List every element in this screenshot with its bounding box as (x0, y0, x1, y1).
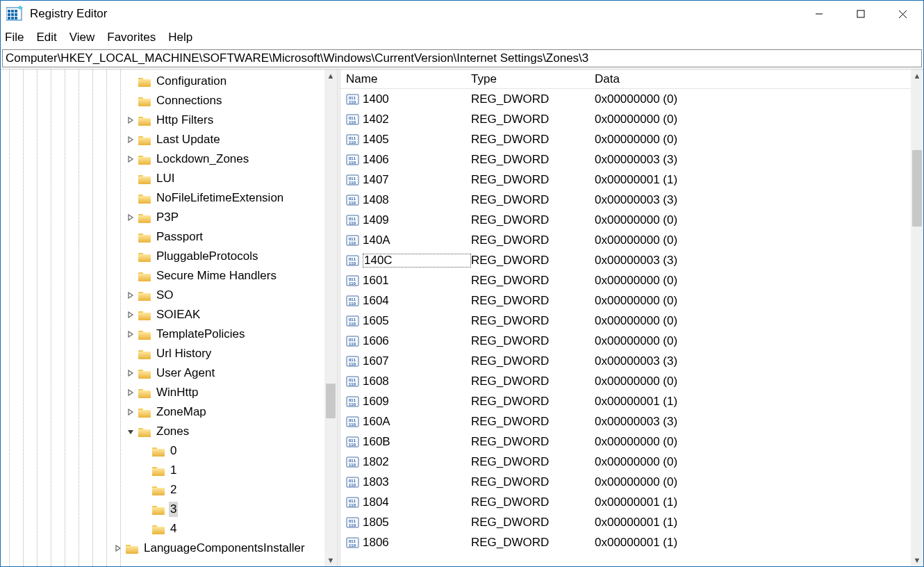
tree-item[interactable]: 4 (1, 519, 337, 539)
chevron-right-icon[interactable] (123, 311, 138, 318)
value-row[interactable]: 0111101804REG_DWORD0x00000001 (1) (340, 492, 911, 512)
value-row[interactable]: 0111101601REG_DWORD0x00000000 (0) (340, 270, 911, 290)
value-row[interactable]: 0111101409REG_DWORD0x00000000 (0) (340, 210, 911, 230)
chevron-right-icon[interactable] (123, 292, 138, 299)
value-row[interactable]: 0111101606REG_DWORD0x00000000 (0) (340, 331, 911, 351)
menu-file[interactable]: File (5, 31, 24, 44)
tree-item[interactable]: Zones (1, 422, 337, 441)
values-scrollbar[interactable]: ▲ ▼ (911, 69, 923, 566)
value-row[interactable]: 0111101405REG_DWORD0x00000000 (0) (340, 129, 911, 149)
chevron-right-icon[interactable] (123, 389, 138, 396)
tree-item[interactable]: LUI (1, 169, 337, 188)
tree-item[interactable]: Passport (1, 227, 337, 247)
tree-item[interactable]: Secure Mime Handlers (1, 266, 337, 286)
tree-scrollbar-thumb[interactable] (326, 384, 336, 418)
menu-view[interactable]: View (69, 31, 95, 44)
reg-binary-icon: 011110 (346, 355, 360, 368)
value-name: 1802 (363, 455, 471, 469)
close-button[interactable] (882, 1, 923, 27)
column-header-data[interactable]: Data (595, 72, 923, 86)
tree-item[interactable]: SO (1, 286, 337, 305)
tree-item[interactable]: 2 (1, 480, 337, 500)
chevron-right-icon[interactable] (123, 214, 138, 221)
column-header-type[interactable]: Type (471, 72, 595, 86)
tree-item[interactable]: LanguageComponentsInstaller (1, 539, 337, 558)
chevron-down-icon[interactable] (123, 428, 138, 435)
tree-item[interactable]: Http Filters (1, 110, 337, 130)
tree-item[interactable]: PluggableProtocols (1, 247, 337, 266)
value-row[interactable]: 0111101408REG_DWORD0x00000003 (3) (340, 190, 911, 210)
tree-item[interactable]: User Agent (1, 363, 337, 383)
value-row[interactable]: 0111101609REG_DWORD0x00000001 (1) (340, 391, 911, 411)
tree-item[interactable]: Last Update (1, 130, 337, 149)
reg-binary-icon: 011110 (346, 133, 360, 146)
tree-item[interactable]: WinHttp (1, 383, 337, 402)
reg-binary-icon: 011110 (346, 395, 360, 408)
value-name: 1608 (363, 375, 471, 388)
tree-item[interactable]: Lockdown_Zones (1, 149, 337, 169)
column-header-name[interactable]: Name (346, 72, 471, 86)
chevron-right-icon[interactable] (123, 136, 138, 143)
value-row[interactable]: 0111101407REG_DWORD0x00000001 (1) (340, 170, 911, 190)
values-scrollbar-thumb[interactable] (912, 150, 922, 227)
tree-pane[interactable]: ConfigurationConnectionsHttp FiltersLast… (1, 69, 337, 566)
chevron-right-icon[interactable] (123, 331, 138, 338)
value-row[interactable]: 0111101805REG_DWORD0x00000001 (1) (340, 512, 911, 532)
tree-item[interactable]: Url History (1, 344, 337, 363)
scroll-down-icon[interactable]: ▼ (324, 554, 337, 566)
value-row[interactable]: 0111101803REG_DWORD0x00000000 (0) (340, 472, 911, 492)
scroll-up-icon[interactable]: ▲ (911, 69, 923, 82)
value-row[interactable]: 0111101604REG_DWORD0x00000000 (0) (340, 290, 911, 311)
menubar: File Edit View Favorites Help (1, 27, 923, 48)
value-row[interactable]: 0111101400REG_DWORD0x00000000 (0) (340, 89, 911, 109)
tree-item[interactable]: SOIEAK (1, 305, 337, 324)
minimize-button[interactable] (798, 1, 840, 27)
reg-binary-icon: 011110 (346, 234, 360, 247)
chevron-right-icon[interactable] (123, 117, 138, 124)
value-row[interactable]: 0111101802REG_DWORD0x00000000 (0) (340, 452, 911, 472)
folder-icon (138, 76, 151, 87)
scroll-up-icon[interactable]: ▲ (324, 69, 337, 82)
tree-item[interactable]: P3P (1, 208, 337, 227)
value-row[interactable]: 0111101406REG_DWORD0x00000003 (3) (340, 149, 911, 170)
value-row[interactable]: 0111101402REG_DWORD0x00000000 (0) (340, 109, 911, 129)
value-data: 0x00000001 (1) (595, 536, 911, 550)
tree-item[interactable]: 0 (1, 441, 337, 461)
value-row[interactable]: 011110140CREG_DWORD0x00000003 (3) (340, 250, 911, 270)
value-row[interactable]: 0111101607REG_DWORD0x00000003 (3) (340, 351, 911, 371)
svg-text:110: 110 (349, 382, 356, 386)
tree-item[interactable]: ZoneMap (1, 402, 337, 422)
value-row[interactable]: 011110160AREG_DWORD0x00000003 (3) (340, 411, 911, 432)
tree-item[interactable]: NoFileLifetimeExtension (1, 188, 337, 208)
folder-icon (138, 407, 151, 418)
menu-favorites[interactable]: Favorites (107, 31, 156, 44)
address-bar[interactable]: Computer\HKEY_LOCAL_MACHINE\SOFTWARE\Mic… (2, 49, 922, 67)
tree-item[interactable]: 3 (1, 500, 337, 519)
tree-scrollbar[interactable]: ▲ ▼ (324, 69, 337, 566)
value-row[interactable]: 011110160BREG_DWORD0x00000000 (0) (340, 432, 911, 452)
menu-edit[interactable]: Edit (36, 31, 56, 44)
value-name: 1606 (363, 334, 471, 348)
values-pane[interactable]: Name Type Data 0111101400REG_DWORD0x0000… (340, 69, 923, 566)
scroll-down-icon[interactable]: ▼ (911, 554, 923, 566)
svg-rect-6 (15, 13, 17, 16)
tree-item[interactable]: Configuration (1, 72, 337, 91)
tree-item[interactable]: Connections (1, 91, 337, 110)
chevron-right-icon[interactable] (110, 545, 126, 552)
maximize-button[interactable] (840, 1, 882, 27)
value-type: REG_DWORD (471, 395, 595, 409)
value-row[interactable]: 0111101806REG_DWORD0x00000001 (1) (340, 532, 911, 552)
value-data: 0x00000001 (1) (595, 495, 911, 509)
chevron-right-icon[interactable] (123, 409, 138, 416)
values-header[interactable]: Name Type Data (340, 69, 923, 89)
tree-item[interactable]: 1 (1, 461, 337, 480)
chevron-right-icon[interactable] (123, 156, 138, 163)
reg-binary-icon: 011110 (346, 536, 360, 549)
svg-text:110: 110 (349, 543, 356, 548)
menu-help[interactable]: Help (168, 31, 192, 44)
value-row[interactable]: 0111101608REG_DWORD0x00000000 (0) (340, 371, 911, 391)
tree-item[interactable]: TemplatePolicies (1, 324, 337, 344)
value-row[interactable]: 011110140AREG_DWORD0x00000000 (0) (340, 230, 911, 250)
value-row[interactable]: 0111101605REG_DWORD0x00000000 (0) (340, 311, 911, 331)
chevron-right-icon[interactable] (123, 370, 138, 377)
